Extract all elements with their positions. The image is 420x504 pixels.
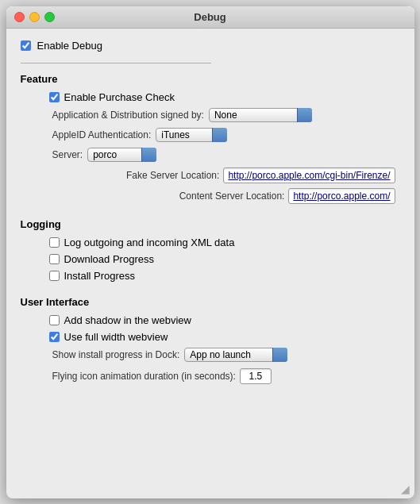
download-progress-row: Download Progress xyxy=(49,253,400,265)
flying-icon-label: Flying icon animation duration (in secon… xyxy=(52,371,236,382)
enable-debug-row: Enable Debug xyxy=(21,40,400,52)
debug-window: Debug Enable Debug Feature Enable Purcha… xyxy=(6,6,414,498)
maximize-button[interactable] xyxy=(44,12,55,22)
install-progress-checkbox[interactable] xyxy=(49,271,60,281)
appleid-label: AppleID Authentication: xyxy=(52,129,152,140)
enable-purchase-row: Enable Purchase Check xyxy=(49,91,400,103)
log-xml-label: Log outgoing and incoming XML data xyxy=(64,237,235,248)
feature-section: Feature Enable Purchase Check Applicatio… xyxy=(21,71,400,209)
close-button[interactable] xyxy=(14,12,25,22)
appleid-row: AppleID Authentication: iTunes None ▲ ▼ xyxy=(52,128,400,142)
title-bar: Debug xyxy=(6,6,414,29)
enable-purchase-label: Enable Purchase Check xyxy=(64,91,175,103)
download-progress-checkbox[interactable] xyxy=(49,254,60,264)
show-install-row: Show install progress in Dock: App no la… xyxy=(52,348,400,362)
install-progress-row: Install Progress xyxy=(49,270,400,282)
fake-server-url[interactable]: http://porco.apple.com/cgi-bin/Firenze/ xyxy=(223,167,395,183)
add-shadow-checkbox[interactable] xyxy=(49,315,60,325)
app-dist-select[interactable]: None Apple Developer xyxy=(209,108,312,122)
enable-debug-checkbox[interactable] xyxy=(21,40,31,51)
content-server-url[interactable]: http://porco.apple.com/ xyxy=(288,188,395,204)
full-width-label: Use full width webview xyxy=(64,331,168,343)
app-dist-row: Application & Distribution signed by: No… xyxy=(52,108,400,122)
divider xyxy=(21,63,211,63)
log-xml-checkbox[interactable] xyxy=(49,237,60,248)
logging-section: Logging Log outgoing and incoming XML da… xyxy=(21,217,400,287)
flying-icon-row: Flying icon animation duration (in secon… xyxy=(52,368,400,384)
server-select-wrapper: porco production localhost ▲ ▼ xyxy=(87,148,156,162)
content-server-row: Content Server Location: http://porco.ap… xyxy=(21,188,400,204)
appleid-select[interactable]: iTunes None xyxy=(156,128,227,142)
feature-section-title: Feature xyxy=(21,73,400,85)
log-xml-row: Log outgoing and incoming XML data xyxy=(49,237,400,248)
fake-server-label: Fake Server Location: xyxy=(126,170,219,181)
full-width-row: Use full width webview xyxy=(49,331,400,343)
server-row: Server: porco production localhost ▲ ▼ xyxy=(52,148,400,162)
logging-section-title: Logging xyxy=(21,218,400,230)
show-install-label: Show install progress in Dock: xyxy=(52,349,180,360)
download-progress-label: Download Progress xyxy=(64,253,154,265)
window-title: Debug xyxy=(194,11,225,23)
show-install-select[interactable]: App no launch Always Never xyxy=(184,348,287,362)
flying-icon-input[interactable] xyxy=(240,368,272,384)
main-content: Enable Debug Feature Enable Purchase Che… xyxy=(6,29,414,498)
install-progress-label: Install Progress xyxy=(64,270,136,282)
appleid-select-wrapper: iTunes None ▲ ▼ xyxy=(156,128,227,142)
fake-server-row: Fake Server Location: http://porco.apple… xyxy=(21,167,400,183)
app-dist-select-wrapper: None Apple Developer ▲ ▼ xyxy=(209,108,312,122)
minimize-button[interactable] xyxy=(29,12,40,22)
add-shadow-label: Add shadow in the webview xyxy=(64,314,191,326)
user-interface-section: User Interface Add shadow in the webview… xyxy=(21,294,400,384)
user-interface-section-title: User Interface xyxy=(21,296,400,308)
enable-debug-label: Enable Debug xyxy=(37,40,102,52)
show-install-select-wrapper: App no launch Always Never ▲ ▼ xyxy=(184,348,287,362)
traffic-lights xyxy=(14,12,55,22)
content-server-label: Content Server Location: xyxy=(179,190,285,202)
enable-purchase-checkbox[interactable] xyxy=(49,92,60,102)
full-width-checkbox[interactable] xyxy=(49,332,60,342)
server-select[interactable]: porco production localhost xyxy=(87,148,156,162)
add-shadow-row: Add shadow in the webview xyxy=(49,314,400,326)
app-dist-label: Application & Distribution signed by: xyxy=(52,110,204,121)
server-label: Server: xyxy=(52,149,83,160)
